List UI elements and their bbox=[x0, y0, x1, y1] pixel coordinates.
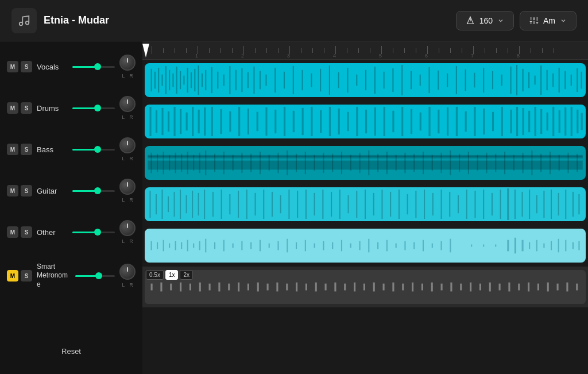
track-mute-solo-other: M S bbox=[7, 226, 32, 238]
svg-rect-344 bbox=[180, 283, 181, 292]
solo-button-vocals[interactable]: S bbox=[21, 61, 32, 72]
track-mute-solo-guitar: M S bbox=[7, 185, 32, 196]
svg-rect-294 bbox=[175, 241, 176, 250]
svg-rect-370 bbox=[431, 283, 433, 292]
waveform-track-drums[interactable] bbox=[142, 101, 588, 142]
svg-rect-50 bbox=[485, 48, 485, 53]
playhead-marker[interactable] bbox=[142, 44, 149, 57]
pan-knob-vocals[interactable] bbox=[119, 55, 136, 71]
svg-rect-237 bbox=[168, 196, 169, 213]
svg-rect-272 bbox=[449, 192, 450, 217]
svg-rect-338 bbox=[565, 240, 566, 252]
mute-button-vocals[interactable]: M bbox=[7, 61, 18, 72]
speed-1-button[interactable]: 1x bbox=[165, 270, 179, 280]
svg-rect-266 bbox=[399, 190, 400, 219]
track-icon bbox=[11, 8, 37, 33]
svg-rect-301 bbox=[223, 240, 225, 252]
solo-button-metronome[interactable]: S bbox=[21, 270, 32, 282]
waveform-track-guitar[interactable] bbox=[142, 184, 588, 225]
svg-rect-217 bbox=[432, 155, 433, 171]
waveform-track-other[interactable] bbox=[142, 225, 588, 267]
svg-rect-314 bbox=[341, 240, 342, 252]
svg-rect-335 bbox=[543, 244, 544, 248]
bpm-button[interactable]: 160 bbox=[456, 11, 514, 30]
svg-rect-117 bbox=[552, 74, 554, 87]
mute-button-guitar[interactable]: M bbox=[7, 185, 18, 196]
svg-rect-283 bbox=[536, 195, 537, 213]
svg-rect-32 bbox=[324, 48, 324, 53]
svg-rect-273 bbox=[458, 195, 459, 213]
svg-rect-264 bbox=[381, 190, 382, 219]
speed-2-button[interactable]: 2x bbox=[180, 270, 193, 280]
svg-rect-355 bbox=[286, 284, 288, 291]
tracks-container: 0.5x 1x 2x bbox=[142, 60, 588, 308]
reset-button[interactable]: Reset bbox=[52, 342, 90, 360]
svg-rect-353 bbox=[267, 284, 269, 291]
key-value: Am bbox=[543, 16, 555, 25]
volume-slider-guitar[interactable] bbox=[72, 190, 115, 192]
svg-rect-46 bbox=[450, 48, 451, 53]
pan-knob-metronome[interactable] bbox=[119, 264, 136, 280]
mute-button-drums[interactable]: M bbox=[7, 102, 18, 114]
svg-rect-203 bbox=[305, 152, 306, 174]
svg-rect-219 bbox=[450, 151, 451, 175]
pan-right-label: R bbox=[129, 282, 133, 288]
volume-slider-vocals[interactable] bbox=[72, 66, 115, 68]
svg-rect-369 bbox=[421, 284, 423, 291]
waveform-tracks[interactable]: 0.5x 1x 2x bbox=[142, 60, 588, 374]
svg-rect-234 bbox=[149, 191, 150, 218]
svg-rect-143 bbox=[302, 108, 304, 135]
volume-slider-drums[interactable] bbox=[72, 107, 115, 109]
key-button[interactable]: Am bbox=[520, 11, 577, 30]
svg-rect-88 bbox=[311, 74, 312, 87]
svg-rect-185 bbox=[163, 152, 164, 174]
svg-rect-357 bbox=[305, 284, 307, 291]
solo-button-drums[interactable]: S bbox=[21, 102, 32, 114]
svg-rect-375 bbox=[479, 284, 481, 291]
svg-rect-263 bbox=[373, 193, 374, 215]
svg-rect-328 bbox=[483, 245, 484, 247]
waveform-track-metronome[interactable]: 0.5x 1x 2x bbox=[142, 267, 588, 308]
svg-rect-350 bbox=[238, 283, 239, 292]
svg-rect-41 bbox=[404, 48, 405, 53]
waveform-track-vocals[interactable] bbox=[142, 60, 588, 101]
volume-slider-metronome[interactable] bbox=[75, 275, 115, 277]
svg-rect-315 bbox=[350, 244, 351, 248]
svg-rect-135 bbox=[229, 111, 231, 132]
svg-rect-292 bbox=[163, 240, 164, 252]
svg-rect-378 bbox=[508, 283, 510, 292]
svg-rect-312 bbox=[323, 241, 324, 250]
svg-rect-336 bbox=[551, 241, 552, 250]
svg-rect-285 bbox=[551, 190, 552, 219]
svg-rect-25 bbox=[255, 48, 256, 53]
svg-rect-75 bbox=[217, 72, 218, 89]
waveform-drums bbox=[145, 105, 586, 138]
svg-rect-276 bbox=[483, 190, 484, 219]
solo-button-other[interactable]: S bbox=[21, 226, 32, 238]
svg-rect-222 bbox=[477, 155, 478, 171]
pan-knob-bass[interactable] bbox=[119, 137, 136, 153]
pan-knob-other[interactable] bbox=[119, 220, 136, 236]
svg-rect-327 bbox=[471, 245, 472, 247]
waveform-track-bass[interactable] bbox=[142, 142, 588, 184]
svg-rect-81 bbox=[253, 67, 254, 94]
timeline-area: 12345678 bbox=[142, 41, 588, 374]
speed-05-button[interactable]: 0.5x bbox=[146, 270, 164, 280]
solo-button-guitar[interactable]: S bbox=[21, 185, 32, 196]
svg-rect-284 bbox=[543, 191, 544, 218]
volume-slider-bass[interactable] bbox=[72, 149, 115, 151]
svg-rect-331 bbox=[514, 238, 516, 254]
svg-rect-79 bbox=[241, 68, 242, 92]
mute-button-bass[interactable]: M bbox=[7, 144, 18, 155]
volume-slider-other[interactable] bbox=[72, 232, 115, 233]
pan-knob-guitar[interactable] bbox=[119, 179, 136, 195]
svg-rect-366 bbox=[392, 283, 394, 292]
solo-button-bass[interactable]: S bbox=[21, 144, 32, 155]
svg-rect-97 bbox=[392, 68, 393, 92]
mute-button-other[interactable]: M bbox=[7, 226, 18, 238]
mute-button-metronome[interactable]: M bbox=[7, 270, 18, 282]
pan-knob-drums[interactable] bbox=[119, 96, 136, 112]
svg-rect-65 bbox=[176, 67, 177, 94]
svg-rect-164 bbox=[492, 112, 494, 131]
svg-rect-78 bbox=[235, 70, 237, 90]
